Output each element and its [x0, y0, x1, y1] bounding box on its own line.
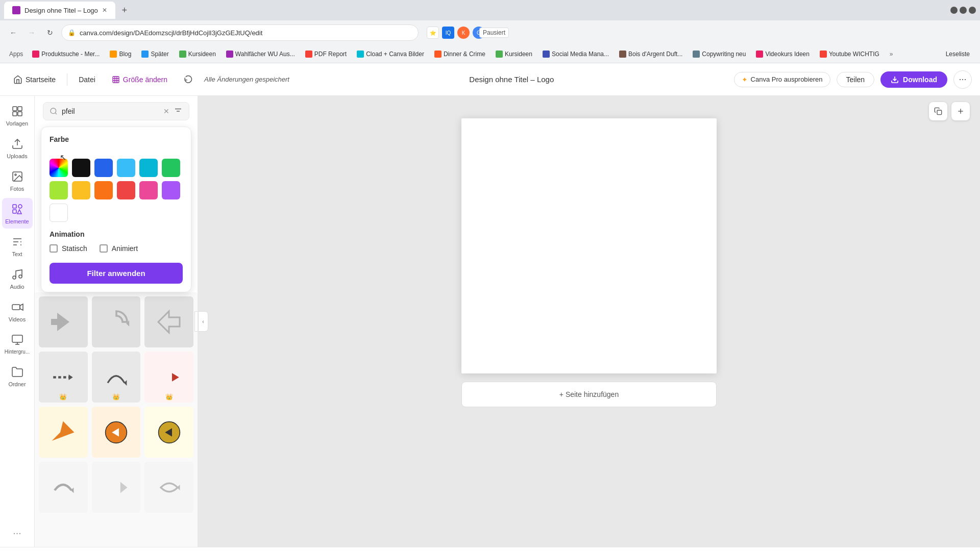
tab-favicon [12, 6, 20, 14]
add-page-button[interactable]: + Seite hinzufügen [461, 382, 717, 407]
color-swatch-white[interactable] [50, 204, 68, 222]
bookmark-wahlf[interactable]: Wahlfächer WU Aus... [222, 49, 299, 59]
bookmark-cload[interactable]: Cload + Canva Bilder [353, 49, 428, 59]
filter-icon[interactable] [174, 107, 183, 116]
sidebar-more-dots[interactable]: ··· [13, 527, 21, 543]
hintergrund-icon [10, 333, 24, 347]
back-button[interactable]: ← [6, 26, 20, 40]
statisch-checkbox[interactable] [50, 244, 58, 253]
extension-2-icon[interactable]: K [457, 27, 470, 39]
bookmark-kursideen2[interactable]: Kursideen [492, 49, 536, 59]
reload-button[interactable]: ↻ [43, 26, 57, 40]
bookmark-spater[interactable]: Später [137, 49, 173, 59]
thumb-item-6[interactable]: 👑 [144, 352, 193, 403]
search-input[interactable] [62, 107, 159, 115]
thumb-item-12[interactable] [144, 462, 193, 513]
color-swatch-light-blue[interactable] [117, 159, 135, 177]
bookmark-dinner[interactable]: Dinner & Crime [430, 49, 489, 59]
thumb-item-9[interactable] [144, 407, 193, 458]
active-browser-tab[interactable]: Design ohne Titel – Logo ✕ [4, 2, 115, 19]
elemente-icon [10, 202, 24, 216]
undo-button[interactable] [179, 72, 198, 87]
sidebar-item-elemente[interactable]: Elemente [2, 198, 33, 229]
bookmark-more-items[interactable]: » [886, 49, 897, 59]
thumb-item-5[interactable]: 👑 [92, 352, 141, 403]
extension-icon[interactable]: ⭐ [427, 27, 439, 39]
new-tab-button[interactable]: + [117, 3, 132, 17]
statisch-option[interactable]: Statisch [50, 244, 87, 253]
more-options-button[interactable]: ··· [953, 70, 972, 89]
thumb-item-2[interactable] [92, 296, 141, 347]
canva-pro-button[interactable]: ✦ Canva Pro ausprobieren [734, 72, 830, 87]
canvas-page [461, 118, 717, 373]
file-button[interactable]: Datei [74, 72, 101, 87]
bookmark-pdf[interactable]: PDF Report [301, 49, 351, 59]
animiert-option[interactable]: Animiert [100, 244, 138, 253]
bookmark-copy[interactable]: Copywriting neu [689, 49, 750, 59]
profile-icon[interactable]: IQ [442, 27, 454, 39]
add-canvas-button[interactable] [951, 102, 970, 120]
thumb-item-11[interactable] [92, 462, 141, 513]
text-icon [10, 235, 24, 249]
resize-button[interactable]: Größe ändern [107, 72, 173, 87]
thumb-item-10[interactable] [39, 462, 88, 513]
maximize-button[interactable] [960, 7, 967, 14]
bookmark-bois[interactable]: Bois d'Argent Duft... [615, 49, 687, 59]
download-button[interactable]: Download [880, 71, 947, 88]
apps-bookmark[interactable]: Apps [6, 49, 26, 59]
color-swatch-purple[interactable] [162, 181, 180, 199]
apply-filter-button[interactable]: Filter anwenden [50, 263, 183, 284]
thumb-item-8[interactable] [92, 407, 141, 458]
bookmark-video[interactable]: Videokurs Ideen [752, 49, 814, 59]
bookmark-leseliste[interactable]: Leseliste [942, 49, 974, 59]
bookmarks-bar: Apps Produktsuche - Mer... Blog Später K… [0, 45, 980, 63]
canva-pro-label: Canva Pro ausprobieren [751, 76, 823, 83]
svg-rect-12 [13, 210, 16, 213]
sidebar-item-fotos[interactable]: Fotos [2, 165, 33, 196]
color-swatch-black[interactable] [72, 159, 90, 177]
sidebar-item-uploads[interactable]: Uploads [2, 133, 33, 163]
color-swatch-red[interactable] [117, 181, 135, 199]
color-swatch-green[interactable] [162, 159, 180, 177]
thumb-item-7[interactable] [39, 407, 88, 458]
svg-marker-26 [52, 421, 75, 441]
panel-collapse-button[interactable]: ‹ [194, 311, 198, 332]
color-swatch-yellow-green[interactable] [50, 181, 68, 199]
hintergrund-label: Hintergru... [5, 349, 30, 355]
color-swatch-cyan[interactable] [139, 159, 158, 177]
bookmark-blog[interactable]: Blog [106, 49, 135, 59]
sidebar-item-audio[interactable]: Audio [2, 263, 33, 294]
minimize-button[interactable] [950, 7, 958, 14]
sidebar-item-text[interactable]: Text [2, 231, 33, 261]
color-swatch-blue[interactable] [94, 159, 113, 177]
crown-2-icon: 👑 [112, 393, 120, 400]
pause-icon[interactable]: Pausiert [488, 27, 500, 39]
address-bar[interactable]: 🔒 canva.com/design/DAEdomzscjl/drBfjHdCo… [61, 24, 419, 41]
red-arrow-icon [155, 363, 183, 391]
thumb-item-1[interactable] [39, 296, 88, 347]
animiert-checkbox[interactable] [100, 244, 108, 253]
thumb-item-3[interactable] [144, 296, 193, 347]
bookmark-produktsuche[interactable]: Produktsuche - Mer... [28, 49, 104, 59]
left-panel-toggle-button[interactable]: ‹ [198, 311, 208, 332]
color-swatch-yellow[interactable] [72, 181, 90, 199]
sidebar-item-ordner[interactable]: Ordner [2, 361, 33, 391]
bookmark-kursideen1[interactable]: Kursideen [175, 49, 220, 59]
animiert-label: Animiert [112, 244, 138, 253]
bookmark-social[interactable]: Social Media Mana... [538, 49, 613, 59]
share-button[interactable]: Teilen [837, 72, 875, 87]
color-swatch-orange[interactable] [94, 181, 113, 199]
sidebar-item-vorlagen[interactable]: Vorlagen [2, 100, 33, 131]
forward-button[interactable]: → [24, 26, 39, 40]
search-clear-button[interactable]: ✕ [163, 107, 169, 115]
thumb-item-4[interactable]: 👑 [39, 352, 88, 403]
sidebar-item-videos[interactable]: Videos [2, 296, 33, 327]
bookmark-youtube[interactable]: Youtube WICHTIG [816, 49, 884, 59]
home-button[interactable]: Startseite [8, 72, 61, 87]
tab-close-button[interactable]: ✕ [102, 7, 107, 14]
close-browser-button[interactable] [969, 7, 976, 14]
color-swatch-rainbow[interactable] [50, 159, 68, 177]
copy-canvas-button[interactable] [929, 102, 947, 120]
sidebar-item-hintergrund[interactable]: Hintergru... [2, 329, 33, 359]
color-swatch-pink[interactable] [139, 181, 158, 199]
